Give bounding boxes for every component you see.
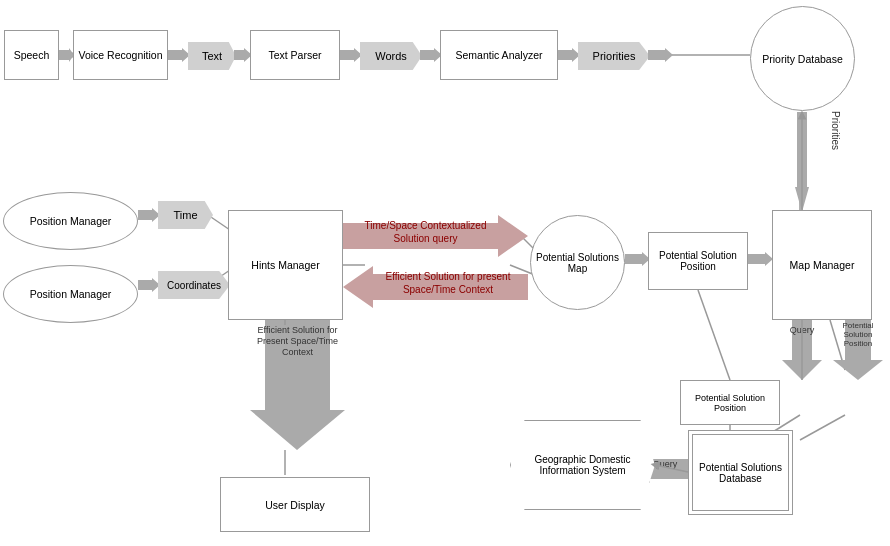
potential-solutions-map-box: Potential Solutions Map: [530, 215, 625, 310]
potential-solutions-map-label: Potential Solutions Map: [535, 252, 620, 274]
words-arrow-label: Words: [360, 42, 422, 70]
svg-marker-35: [138, 278, 160, 292]
svg-line-22: [800, 415, 845, 440]
user-display-box: User Display: [220, 477, 370, 532]
arrow-psp1-to-mm: [748, 252, 773, 266]
svg-marker-34: [138, 208, 160, 222]
arrow-parser-to-words: [340, 48, 362, 62]
efficient-solution-down-label: Efficient Solution for Present Space/Tim…: [257, 325, 338, 357]
arrow-speech-to-vr: [59, 48, 74, 62]
svg-line-45: [698, 290, 730, 380]
priority-database-box: Priority Database: [750, 6, 855, 111]
arrow-priorities-to-db: [648, 48, 673, 62]
svg-marker-31: [558, 48, 580, 62]
text-arrow-label: Text: [188, 42, 236, 70]
hints-manager-box: Hints Manager: [228, 210, 343, 320]
potential-solution-position-3-label: Potential Solution Position: [685, 393, 775, 413]
priorities-arrow-label: Priorities: [578, 42, 650, 70]
efficient-solution-label: Efficient Solution for present Space/Tim…: [386, 271, 511, 295]
arrow-sa-to-priorities: [558, 48, 580, 62]
query-label-1: Query: [790, 325, 815, 335]
potential-solution-position-1-box: Potential Solution Position: [648, 232, 748, 290]
position-manager-1-box: Position Manager: [3, 192, 138, 250]
potential-solutions-db-box: Potential Solutions Database: [688, 430, 793, 515]
speech-label: Speech: [14, 49, 50, 61]
svg-marker-29: [340, 48, 362, 62]
arrow-db-down: [795, 112, 809, 212]
potential-solution-position-3-box: Potential Solution Position: [680, 380, 780, 425]
semantic-analyzer-label: Semantic Analyzer: [456, 49, 543, 61]
position-manager-2-box: Position Manager: [3, 265, 138, 323]
arrow-pm2-to-coords: [138, 278, 160, 292]
svg-marker-39: [748, 252, 773, 266]
svg-marker-32: [648, 48, 673, 62]
map-manager-label: Map Manager: [790, 259, 855, 271]
svg-marker-26: [59, 48, 74, 62]
voice-recognition-label: Voice Recognition: [78, 49, 162, 61]
arrow-words-to-sa: [420, 48, 442, 62]
arrow-psm-to-psp: [625, 252, 650, 266]
position-manager-1-label: Position Manager: [30, 215, 112, 227]
geographic-info-box: Geographic Domestic Information System: [510, 420, 655, 510]
time-space-query-label: Time/Space Contextualized Solution query: [365, 220, 487, 244]
svg-marker-38: [625, 252, 650, 266]
arrow-pm1-to-time: [138, 208, 160, 222]
hints-manager-label: Hints Manager: [251, 259, 319, 271]
voice-recognition-box: Voice Recognition: [73, 30, 168, 80]
map-manager-box: Map Manager: [772, 210, 872, 320]
potential-solutions-db-label: Potential Solutions Database: [693, 462, 788, 484]
semantic-analyzer-box: Semantic Analyzer: [440, 30, 558, 80]
svg-marker-27: [168, 48, 190, 62]
priority-database-label: Priority Database: [762, 53, 843, 65]
text-parser-box: Text Parser: [250, 30, 340, 80]
user-display-label: User Display: [265, 499, 325, 511]
speech-box: Speech: [4, 30, 59, 80]
query-label-2: Query: [653, 459, 678, 469]
svg-marker-33: [795, 112, 809, 212]
psp-down-label: Potential Solution Position: [842, 321, 873, 348]
position-manager-2-label: Position Manager: [30, 288, 112, 300]
geographic-info-label: Geographic Domestic Information System: [511, 454, 654, 476]
svg-marker-30: [420, 48, 442, 62]
priorities-vertical-label: Priorities: [830, 101, 841, 161]
arrow-vr-to-text: [168, 48, 190, 62]
diagram: Speech Voice Recognition Text Text Parse…: [0, 0, 890, 546]
potential-solution-position-1-label: Potential Solution Position: [653, 250, 743, 272]
coordinates-arrow-label: Coordinates: [158, 271, 230, 299]
time-arrow-label: Time: [158, 201, 213, 229]
text-parser-label: Text Parser: [268, 49, 321, 61]
